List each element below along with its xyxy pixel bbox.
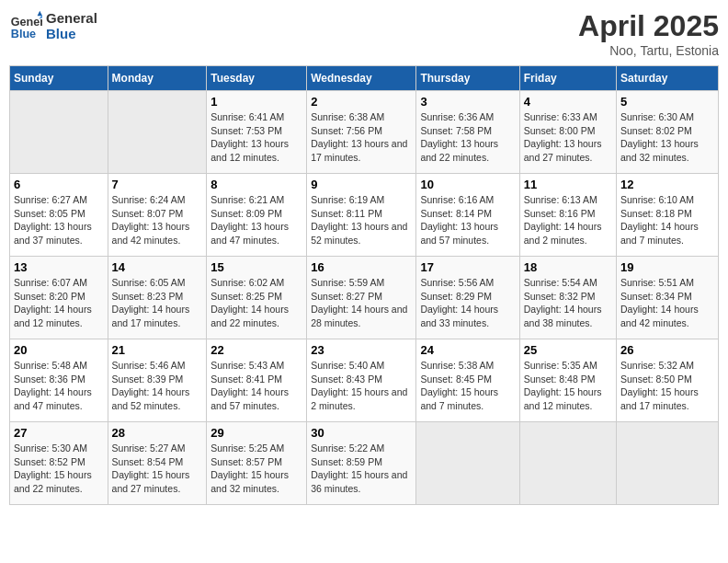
day-info: Sunrise: 6:19 AMSunset: 8:11 PMDaylight:… <box>311 193 412 247</box>
day-info: Sunrise: 6:36 AMSunset: 7:58 PMDaylight:… <box>420 110 515 165</box>
day-cell: 4Sunrise: 6:33 AMSunset: 8:00 PMDaylight… <box>519 91 616 174</box>
day-number: 2 <box>311 95 412 109</box>
day-cell: 16Sunrise: 5:59 AMSunset: 8:27 PMDayligh… <box>307 257 416 339</box>
day-cell: 20Sunrise: 5:48 AMSunset: 8:36 PMDayligh… <box>10 339 108 422</box>
day-info: Sunrise: 5:46 AMSunset: 8:39 PMDaylight:… <box>112 359 203 413</box>
day-info: Sunrise: 6:05 AMSunset: 8:23 PMDaylight:… <box>112 276 203 330</box>
day-number: 16 <box>311 260 412 274</box>
day-number: 22 <box>210 343 302 357</box>
day-cell <box>416 422 519 505</box>
day-cell <box>10 91 108 174</box>
day-number: 17 <box>420 260 515 274</box>
day-info: Sunrise: 6:02 AMSunset: 8:25 PMDaylight:… <box>210 276 302 330</box>
day-info: Sunrise: 6:24 AMSunset: 8:07 PMDaylight:… <box>112 193 203 247</box>
day-number: 13 <box>14 260 104 274</box>
day-info: Sunrise: 5:40 AMSunset: 8:43 PMDaylight:… <box>311 359 412 413</box>
week-row-4: 20Sunrise: 5:48 AMSunset: 8:36 PMDayligh… <box>10 339 719 422</box>
day-number: 15 <box>210 260 302 274</box>
day-cell: 1Sunrise: 6:41 AMSunset: 7:53 PMDaylight… <box>207 91 307 174</box>
day-cell: 17Sunrise: 5:56 AMSunset: 8:29 PMDayligh… <box>416 257 519 339</box>
day-number: 7 <box>112 178 203 191</box>
day-cell: 22Sunrise: 5:43 AMSunset: 8:41 PMDayligh… <box>207 339 307 422</box>
page-header: General Blue General Blue April 2025 Noo… <box>9 9 719 58</box>
weekday-header-wednesday: Wednesday <box>307 66 416 91</box>
day-cell: 6Sunrise: 6:27 AMSunset: 8:05 PMDaylight… <box>10 174 108 257</box>
day-number: 27 <box>14 426 104 440</box>
day-info: Sunrise: 5:48 AMSunset: 8:36 PMDaylight:… <box>14 359 104 413</box>
day-info: Sunrise: 5:38 AMSunset: 8:45 PMDaylight:… <box>420 359 515 413</box>
day-info: Sunrise: 6:30 AMSunset: 8:02 PMDaylight:… <box>620 110 714 165</box>
day-info: Sunrise: 6:27 AMSunset: 8:05 PMDaylight:… <box>14 193 104 247</box>
day-cell: 14Sunrise: 6:05 AMSunset: 8:23 PMDayligh… <box>108 257 207 339</box>
day-number: 5 <box>620 95 714 109</box>
day-number: 12 <box>620 178 714 191</box>
calendar-table: SundayMondayTuesdayWednesdayThursdayFrid… <box>9 65 719 505</box>
day-cell: 28Sunrise: 5:27 AMSunset: 8:54 PMDayligh… <box>108 422 207 505</box>
day-number: 28 <box>112 426 203 440</box>
day-cell: 12Sunrise: 6:10 AMSunset: 8:18 PMDayligh… <box>617 174 719 257</box>
day-cell: 2Sunrise: 6:38 AMSunset: 7:56 PMDaylight… <box>307 91 416 174</box>
day-number: 1 <box>210 95 302 109</box>
day-number: 21 <box>112 343 203 357</box>
day-cell: 27Sunrise: 5:30 AMSunset: 8:52 PMDayligh… <box>10 422 108 505</box>
day-cell: 24Sunrise: 5:38 AMSunset: 8:45 PMDayligh… <box>416 339 519 422</box>
logo-blue: Blue <box>46 26 97 41</box>
day-cell: 30Sunrise: 5:22 AMSunset: 8:59 PMDayligh… <box>307 422 416 505</box>
day-cell: 3Sunrise: 6:36 AMSunset: 7:58 PMDaylight… <box>416 91 519 174</box>
day-info: Sunrise: 5:22 AMSunset: 8:59 PMDaylight:… <box>311 442 412 496</box>
logo-general: General <box>46 10 97 26</box>
day-info: Sunrise: 6:10 AMSunset: 8:18 PMDaylight:… <box>620 193 714 247</box>
day-number: 30 <box>311 426 412 440</box>
day-info: Sunrise: 6:33 AMSunset: 8:00 PMDaylight:… <box>524 110 612 165</box>
day-cell <box>519 422 616 505</box>
day-number: 6 <box>14 178 104 191</box>
day-number: 9 <box>311 178 412 191</box>
day-cell <box>108 91 207 174</box>
day-cell: 23Sunrise: 5:40 AMSunset: 8:43 PMDayligh… <box>307 339 416 422</box>
day-cell <box>617 422 719 505</box>
day-info: Sunrise: 5:25 AMSunset: 8:57 PMDaylight:… <box>210 442 302 496</box>
day-cell: 13Sunrise: 6:07 AMSunset: 8:20 PMDayligh… <box>10 257 108 339</box>
title-block: April 2025 Noo, Tartu, Estonia <box>578 9 719 58</box>
day-cell: 11Sunrise: 6:13 AMSunset: 8:16 PMDayligh… <box>519 174 616 257</box>
day-info: Sunrise: 6:07 AMSunset: 8:20 PMDaylight:… <box>14 276 104 330</box>
day-info: Sunrise: 5:32 AMSunset: 8:50 PMDaylight:… <box>620 359 714 413</box>
day-info: Sunrise: 6:38 AMSunset: 7:56 PMDaylight:… <box>311 110 412 165</box>
week-row-3: 13Sunrise: 6:07 AMSunset: 8:20 PMDayligh… <box>10 257 719 339</box>
day-info: Sunrise: 5:30 AMSunset: 8:52 PMDaylight:… <box>14 442 104 496</box>
day-number: 25 <box>524 343 612 357</box>
day-info: Sunrise: 5:43 AMSunset: 8:41 PMDaylight:… <box>210 359 302 413</box>
day-cell: 10Sunrise: 6:16 AMSunset: 8:14 PMDayligh… <box>416 174 519 257</box>
day-number: 19 <box>620 260 714 274</box>
week-row-1: 1Sunrise: 6:41 AMSunset: 7:53 PMDaylight… <box>10 91 719 174</box>
weekday-header-thursday: Thursday <box>416 66 519 91</box>
day-info: Sunrise: 5:51 AMSunset: 8:34 PMDaylight:… <box>620 276 714 330</box>
day-cell: 21Sunrise: 5:46 AMSunset: 8:39 PMDayligh… <box>108 339 207 422</box>
day-info: Sunrise: 5:56 AMSunset: 8:29 PMDaylight:… <box>420 276 515 330</box>
logo: General Blue General Blue <box>9 9 97 42</box>
day-cell: 7Sunrise: 6:24 AMSunset: 8:07 PMDaylight… <box>108 174 207 257</box>
day-cell: 8Sunrise: 6:21 AMSunset: 8:09 PMDaylight… <box>207 174 307 257</box>
day-cell: 19Sunrise: 5:51 AMSunset: 8:34 PMDayligh… <box>617 257 719 339</box>
day-info: Sunrise: 5:59 AMSunset: 8:27 PMDaylight:… <box>311 276 412 330</box>
day-cell: 5Sunrise: 6:30 AMSunset: 8:02 PMDaylight… <box>617 91 719 174</box>
day-number: 4 <box>524 95 612 109</box>
day-number: 3 <box>420 95 515 109</box>
calendar-title: April 2025 <box>578 9 719 43</box>
day-number: 10 <box>420 178 515 191</box>
day-info: Sunrise: 5:35 AMSunset: 8:48 PMDaylight:… <box>524 359 612 413</box>
weekday-header-saturday: Saturday <box>617 66 719 91</box>
svg-text:Blue: Blue <box>11 28 36 40</box>
day-cell: 25Sunrise: 5:35 AMSunset: 8:48 PMDayligh… <box>519 339 616 422</box>
day-cell: 18Sunrise: 5:54 AMSunset: 8:32 PMDayligh… <box>519 257 616 339</box>
day-number: 23 <box>311 343 412 357</box>
weekday-header-tuesday: Tuesday <box>207 66 307 91</box>
weekday-header-row: SundayMondayTuesdayWednesdayThursdayFrid… <box>10 66 719 91</box>
day-info: Sunrise: 6:21 AMSunset: 8:09 PMDaylight:… <box>210 193 302 247</box>
day-info: Sunrise: 5:54 AMSunset: 8:32 PMDaylight:… <box>524 276 612 330</box>
day-cell: 29Sunrise: 5:25 AMSunset: 8:57 PMDayligh… <box>207 422 307 505</box>
day-cell: 26Sunrise: 5:32 AMSunset: 8:50 PMDayligh… <box>617 339 719 422</box>
week-row-5: 27Sunrise: 5:30 AMSunset: 8:52 PMDayligh… <box>10 422 719 505</box>
day-number: 11 <box>524 178 612 191</box>
calendar-subtitle: Noo, Tartu, Estonia <box>578 43 719 58</box>
